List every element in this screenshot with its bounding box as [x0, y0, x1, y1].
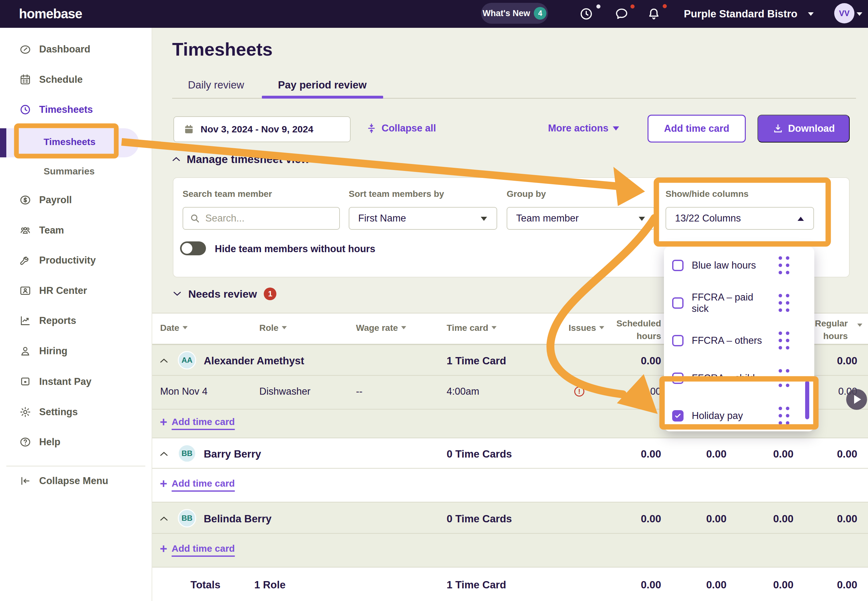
chevron-up-icon[interactable] [160, 358, 168, 363]
checkbox-unchecked[interactable] [672, 260, 684, 271]
sidebar-item-dashboard[interactable]: Dashboard [0, 39, 152, 59]
sidebar-item-schedule[interactable]: Schedule [0, 70, 152, 90]
sidebar-subitem-timesheets[interactable]: Timesheets [44, 136, 96, 147]
sidebar-item-team[interactable]: Team [0, 220, 152, 241]
add-time-card-row: + Add time card [152, 533, 868, 567]
dropdown-item-blue-law-hours[interactable]: Blue law hours [664, 247, 814, 284]
dropdown-item-ffcra-others[interactable]: FFCRA – others [664, 322, 814, 360]
member-name: Barry Berry [204, 448, 261, 460]
drag-handle-icon[interactable] [779, 256, 790, 275]
drag-handle-icon[interactable] [779, 407, 790, 425]
notification-dot-red [663, 4, 667, 8]
col-header-scheduled-hours[interactable]: Scheduled hours [611, 317, 661, 343]
sidebar-item-payroll[interactable]: Payroll [0, 190, 152, 210]
sidebar-item-reports[interactable]: Reports [0, 311, 152, 331]
sidebar-item-help[interactable]: Help [0, 432, 152, 452]
active-item-bar [0, 128, 6, 157]
col-header-date[interactable]: Date [160, 323, 187, 333]
scheduled-hours-value: 0.00 [641, 448, 661, 460]
col-header-time-card[interactable]: Time card [447, 323, 496, 333]
chevron-up-icon[interactable] [160, 516, 168, 522]
search-input[interactable] [205, 212, 326, 224]
scroll-right-button[interactable] [846, 389, 867, 410]
business-selector[interactable]: Purple Standard Bistro [684, 0, 797, 28]
timecard-role: Dishwasher [259, 386, 311, 397]
needs-review-section-toggle[interactable]: Needs review 1 [173, 288, 276, 300]
checkbox-unchecked[interactable] [672, 372, 684, 384]
sort-icon [282, 326, 287, 329]
sort-icon [492, 326, 496, 329]
sort-icon [857, 323, 862, 327]
search-field[interactable] [183, 207, 340, 230]
totals-value: 0.00 [773, 579, 793, 591]
add-time-card-link[interactable]: + Add time card [160, 543, 235, 554]
columns-label: Show/hide columns [665, 189, 749, 199]
sidebar-item-productivity[interactable]: Productivity [0, 250, 152, 270]
member-name: Belinda Berry [204, 513, 272, 525]
avatar: BB [178, 444, 196, 462]
date-range-picker[interactable]: Nov 3, 2024 - Nov 9, 2024 [174, 116, 350, 142]
checkbox-unchecked[interactable] [672, 297, 684, 309]
drag-handle-icon[interactable] [779, 369, 790, 387]
sort-value: First Name [358, 213, 406, 224]
user-avatar[interactable]: VV [834, 3, 854, 23]
group-by-select[interactable]: Team member [507, 207, 655, 230]
dropdown-item-ffcra-child[interactable]: FFCRA – child [664, 359, 814, 397]
sidebar-item-hr-center[interactable]: HR Center [0, 281, 152, 301]
totals-value: 0.00 [641, 579, 661, 591]
tab-daily-review[interactable]: Daily review [188, 79, 244, 91]
more-actions-button[interactable]: More actions [548, 123, 619, 134]
dropdown-item-ffcra-paid-sick[interactable]: FFCRA – paid sick [664, 284, 814, 322]
sidebar-item-timesheets[interactable]: Timesheets [0, 99, 152, 120]
top-navbar: homebase What's New 4 Purple Standard Bi… [0, 0, 868, 28]
chat-icon[interactable] [614, 6, 629, 21]
sidebar-collapse-menu[interactable]: Collapse Menu [0, 471, 152, 491]
dropdown-scrollbar[interactable] [805, 381, 809, 419]
chevron-down-icon [481, 217, 487, 221]
sidebar-item-settings[interactable]: Settings [0, 402, 152, 422]
col-header-issues[interactable]: Issues [568, 323, 604, 333]
add-time-card-button[interactable]: Add time card [647, 115, 746, 142]
manage-view-title: Manage timesheet view [187, 153, 309, 166]
show-hide-columns-select[interactable]: 13/22 Columns [665, 207, 814, 230]
hours-value: 0.00 [773, 448, 793, 460]
calendar-icon [183, 123, 195, 135]
notification-dot-red [630, 5, 635, 9]
hide-members-toggle[interactable] [180, 241, 206, 255]
search-label: Search team member [183, 189, 272, 199]
active-tab-underline [262, 96, 383, 99]
manage-view-section-toggle[interactable]: Manage timesheet view [172, 153, 309, 166]
dropdown-item-holiday-pay[interactable]: Holiday pay [664, 397, 814, 435]
checkbox-checked[interactable] [672, 410, 684, 421]
whats-new-button[interactable]: What's New 4 [481, 3, 548, 24]
col-header-wage-rate[interactable]: Wage rate [356, 323, 406, 333]
add-time-card-link[interactable]: + Add time card [160, 478, 235, 489]
chevron-up-icon[interactable] [160, 451, 168, 457]
sort-select[interactable]: First Name [349, 207, 497, 230]
group-row-belinda[interactable]: BB Belinda Berry 0 Time Cards 0.00 0.00 … [152, 502, 868, 533]
tab-pay-period-review[interactable]: Pay period review [278, 79, 367, 91]
sort-icon [183, 326, 187, 329]
issue-alert-icon[interactable]: ! [574, 386, 584, 397]
sidebar-item-hiring[interactable]: Hiring [0, 341, 152, 361]
col-header-role[interactable]: Role [259, 323, 287, 333]
clock-history-icon[interactable] [579, 6, 594, 21]
drag-handle-icon[interactable] [779, 294, 790, 312]
sidebar-subitem-summaries[interactable]: Summaries [44, 166, 95, 177]
bell-icon[interactable] [646, 6, 661, 21]
toggle-knob [182, 243, 192, 254]
group-row-barry[interactable]: BB Barry Berry 0 Time Cards 0.00 0.00 0.… [152, 438, 868, 468]
download-button[interactable]: Download [757, 115, 850, 142]
add-time-card-link[interactable]: + Add time card [160, 416, 235, 427]
date-range-value: Nov 3, 2024 - Nov 9, 2024 [201, 124, 313, 134]
col-header-regular-hours[interactable]: Regular hours [810, 317, 848, 343]
timecard-date: Mon Nov 4 [160, 386, 207, 397]
collapse-all-button[interactable]: Collapse all [366, 123, 436, 134]
homebase-logo[interactable]: homebase [19, 0, 82, 28]
drag-handle-icon[interactable] [779, 331, 790, 350]
checkbox-unchecked[interactable] [672, 335, 684, 346]
totals-role: 1 Role [254, 579, 286, 591]
calendar-icon [19, 73, 32, 86]
sidebar-item-instant-pay[interactable]: Instant Pay [0, 372, 152, 392]
needs-review-title: Needs review [188, 288, 257, 300]
